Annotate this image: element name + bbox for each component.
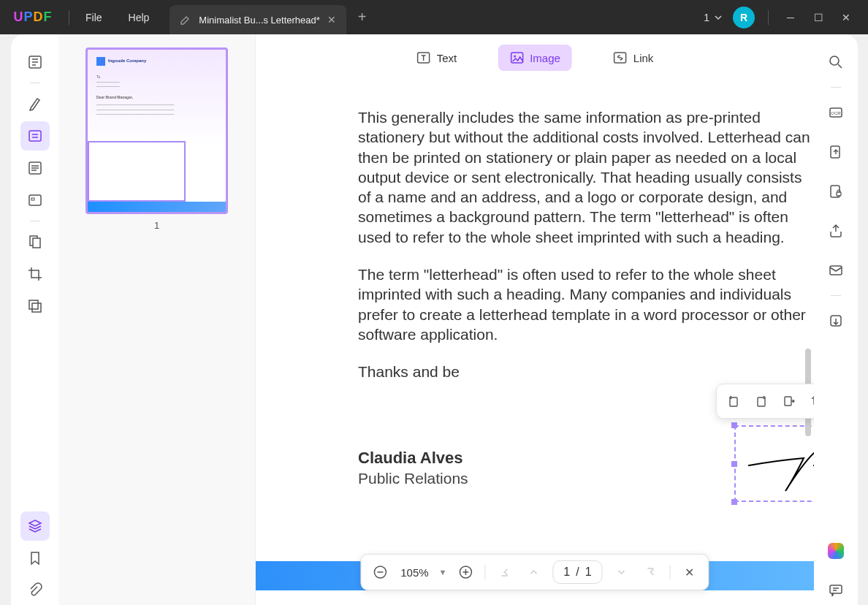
app-logo: UPDF	[0, 9, 66, 25]
organize-tool[interactable]	[20, 153, 50, 183]
last-page-button[interactable]	[641, 562, 661, 582]
edit-tool[interactable]	[20, 121, 50, 151]
titlebar-right: 1 R ─ ☐ ✕	[704, 7, 868, 28]
zoom-in-button[interactable]	[455, 562, 476, 582]
image-icon	[509, 50, 524, 65]
watermark-tool[interactable]	[20, 292, 50, 321]
zoom-navigation-bar: 105% ▼ 1 / 1 ✕	[360, 554, 709, 590]
comment-icon	[828, 582, 844, 598]
next-page-button[interactable]	[612, 562, 632, 582]
tab-strip: Minimalist Bu...s Letterhead* ✕ +	[170, 0, 378, 34]
protect-button[interactable]	[821, 177, 850, 206]
edit-text-button[interactable]: Text	[405, 45, 469, 71]
extract-button[interactable]	[777, 389, 802, 414]
svg-rect-24	[831, 146, 840, 158]
separator	[30, 83, 40, 83]
save-button[interactable]	[821, 306, 850, 335]
selected-signature-image[interactable]	[734, 425, 814, 502]
svg-rect-7	[29, 300, 38, 309]
pencil-icon	[180, 14, 191, 26]
ocr-icon: OCR	[828, 104, 844, 121]
minimize-button[interactable]: ─	[782, 12, 799, 23]
thumbnail-selection-indicator	[88, 141, 186, 202]
menu-file[interactable]: File	[72, 12, 115, 23]
annotate-tool[interactable]	[20, 89, 50, 118]
separator	[670, 565, 671, 579]
separator	[69, 10, 69, 25]
paragraph-2: The term "letterhead" is often used to r…	[358, 265, 814, 344]
ai-assistant-button[interactable]	[821, 536, 850, 566]
comment-button[interactable]	[821, 576, 850, 605]
zoom-dropdown[interactable]: ▼	[438, 568, 446, 577]
close-toolbar-button[interactable]: ✕	[679, 562, 700, 582]
svg-rect-3	[29, 195, 41, 205]
svg-text:OCR: OCR	[831, 111, 841, 115]
svg-rect-4	[31, 198, 34, 200]
form-tool[interactable]	[20, 186, 50, 215]
layers-tool[interactable]	[20, 511, 50, 541]
pages-tool[interactable]	[20, 227, 50, 256]
resize-handle-ml[interactable]	[731, 461, 737, 467]
separator	[484, 565, 485, 579]
resize-handle-bl[interactable]	[731, 499, 737, 505]
ai-icon	[828, 543, 844, 559]
image-properties-toolbar: w176.05 h47.18	[716, 384, 814, 419]
prev-page-button[interactable]	[523, 562, 544, 582]
thumbnail-label: 1	[154, 220, 159, 231]
svg-rect-8	[32, 303, 41, 312]
window-count[interactable]: 1	[704, 12, 723, 23]
lock-icon	[828, 183, 844, 199]
convert-icon	[828, 144, 844, 160]
document-tab[interactable]: Minimalist Bu...s Letterhead* ✕	[170, 5, 346, 34]
thumbnail-panel: Ingoude Company To────────────────── Dea…	[58, 34, 256, 605]
separator	[831, 87, 841, 88]
search-icon	[828, 54, 844, 70]
link-icon	[613, 50, 628, 65]
thumbnail-preview: Ingoude Company To────────────────── Dea…	[88, 50, 226, 124]
separator	[831, 295, 841, 296]
first-page-button[interactable]	[494, 562, 514, 582]
workspace: Ingoude Company To────────────────── Dea…	[11, 34, 858, 605]
resize-handle-tl[interactable]	[731, 422, 737, 428]
rotate-left-button[interactable]	[721, 389, 746, 414]
new-tab-button[interactable]: +	[346, 9, 378, 26]
reader-tool[interactable]	[20, 47, 50, 77]
svg-rect-29	[830, 585, 842, 593]
thumbnail-footer	[88, 202, 226, 212]
page-number-input[interactable]: 1 / 1	[552, 560, 602, 584]
crop-tool[interactable]	[20, 259, 50, 289]
edit-link-button[interactable]: Link	[601, 45, 666, 71]
search-button[interactable]	[821, 47, 850, 77]
rotate-right-button[interactable]	[749, 389, 774, 414]
crop-image-button[interactable]	[804, 389, 814, 414]
user-avatar[interactable]: R	[733, 7, 755, 28]
email-button[interactable]	[821, 256, 850, 285]
maximize-button[interactable]: ☐	[810, 12, 827, 23]
bookmark-tool[interactable]	[20, 544, 50, 573]
edit-image-button[interactable]: Image	[498, 45, 572, 71]
share-button[interactable]	[821, 216, 850, 246]
document-page: This generally includes the same informa…	[256, 34, 814, 605]
closing-line: Thanks and be	[358, 362, 814, 381]
share-icon	[828, 223, 844, 239]
document-viewport[interactable]: Text Image Link This generally includes …	[256, 34, 814, 605]
zoom-out-button[interactable]	[370, 562, 390, 582]
svg-point-21	[830, 56, 839, 65]
text-icon	[416, 50, 431, 65]
attachment-tool[interactable]	[20, 576, 50, 605]
left-toolbar	[11, 34, 58, 605]
menu-help[interactable]: Help	[115, 12, 163, 23]
svg-point-11	[514, 56, 516, 58]
tab-title: Minimalist Bu...s Letterhead*	[199, 15, 319, 26]
svg-rect-26	[837, 192, 841, 196]
close-window-button[interactable]: ✕	[837, 12, 855, 23]
mail-icon	[828, 262, 844, 278]
edit-mode-toolbar: Text Image Link	[405, 45, 666, 71]
paragraph-1: This generally includes the same informa…	[358, 107, 814, 247]
svg-rect-1	[29, 131, 41, 141]
page-thumbnail-1[interactable]: Ingoude Company To────────────────── Dea…	[85, 47, 228, 214]
separator	[768, 10, 769, 25]
ocr-button[interactable]: OCR	[821, 98, 850, 127]
convert-button[interactable]	[821, 137, 850, 167]
close-tab-button[interactable]: ✕	[327, 14, 336, 26]
